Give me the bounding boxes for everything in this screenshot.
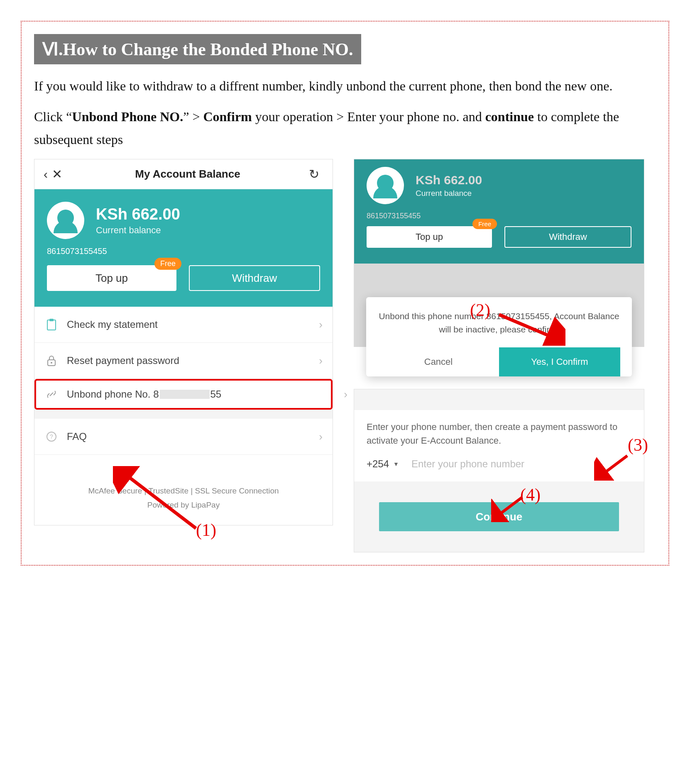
lock-icon <box>44 354 59 368</box>
balance-subtitle: Current balance <box>96 225 180 236</box>
right-column: KSh 662.00 Current balance 8615073155455… <box>354 159 644 552</box>
cancel-button[interactable]: Cancel <box>378 347 499 376</box>
screenshot-2: KSh 662.00 Current balance 8615073155455… <box>354 159 644 376</box>
modal-message: Unbond this phone number 8615073155455, … <box>378 310 620 336</box>
page-title: My Account Balance <box>66 168 309 181</box>
chevron-right-icon: › <box>344 388 347 401</box>
chevron-right-icon: › <box>319 354 323 367</box>
chevron-down-icon[interactable]: ▼ <box>393 461 399 467</box>
chevron-right-icon: › <box>319 430 323 443</box>
topup-label: Top up <box>95 272 128 285</box>
phone-input-row: +254 ▼ Enter your phone number <box>354 451 644 481</box>
withdraw-label: Withdraw <box>232 272 277 285</box>
enter-phone-desc: Enter your phone number, then create a p… <box>354 410 644 451</box>
menu-item-reset-password[interactable]: Reset payment password › <box>34 343 333 379</box>
bonded-phone-number: 8615073155455 <box>367 212 631 220</box>
svg-point-3 <box>51 362 52 364</box>
intro-text: your operation > Enter your phone no. an… <box>252 109 485 124</box>
continue-bold: continue <box>485 109 534 124</box>
svg-rect-1 <box>49 319 54 321</box>
unbond-bold: Unbond Phone NO. <box>72 109 184 124</box>
menu-label: FAQ <box>67 431 87 442</box>
menu-gap <box>34 410 333 419</box>
screenshots-row: ‹ ✕ My Account Balance ↻ KSh 662.00 Curr… <box>34 159 656 552</box>
intro-paragraph-2: Click “Unbond Phone NO.” > Confirm your … <box>34 105 656 151</box>
footer-text: McAfee Secure | TrustedSite | SSL Secure… <box>34 455 333 525</box>
menu-item-statement[interactable]: Check my statement › <box>34 307 333 343</box>
withdraw-button[interactable]: Withdraw <box>504 226 631 248</box>
question-icon: ? <box>44 430 59 444</box>
topbar: ‹ ✕ My Account Balance ↻ <box>34 159 333 189</box>
refresh-icon[interactable]: ↻ <box>309 167 319 181</box>
unlink-icon <box>44 387 59 401</box>
withdraw-label: Withdraw <box>549 232 587 242</box>
topup-button[interactable]: Top up Free <box>47 265 176 291</box>
topup-button[interactable]: Top up Free <box>367 226 492 248</box>
bonded-phone-number: 8615073155455 <box>47 247 320 256</box>
close-icon[interactable]: ✕ <box>52 167 62 181</box>
section-title: Ⅵ.How to Change the Bonded Phone NO. <box>34 34 361 64</box>
withdraw-button[interactable]: Withdraw <box>189 265 320 291</box>
document-frame: Ⅵ.How to Change the Bonded Phone NO. If … <box>21 21 669 566</box>
avatar <box>47 202 84 239</box>
svg-rect-0 <box>47 320 56 330</box>
clipboard-icon <box>44 318 59 332</box>
intro-paragraph-1: If you would like to withdraw to a diffr… <box>34 75 656 97</box>
menu-label-suffix: 55 <box>210 388 222 400</box>
balance-subtitle: Current balance <box>416 189 482 198</box>
continue-button[interactable]: Continue <box>379 502 619 531</box>
phone-input[interactable]: Enter your phone number <box>411 458 631 470</box>
back-icon[interactable]: ‹ <box>44 167 48 181</box>
confirm-bold: Confirm <box>203 109 252 124</box>
avatar <box>367 167 404 204</box>
chevron-right-icon: › <box>319 318 323 331</box>
balance-amount: KSh 662.00 <box>416 173 482 187</box>
menu-label: Reset payment password <box>67 355 179 366</box>
menu-item-faq[interactable]: ? FAQ › <box>34 419 333 455</box>
phone-card-1: ‹ ✕ My Account Balance ↻ KSh 662.00 Curr… <box>34 159 333 525</box>
intro-text: ” > <box>183 109 203 124</box>
confirm-button[interactable]: Yes, I Confirm <box>499 347 620 376</box>
free-badge: Free <box>154 258 181 270</box>
menu-item-unbond-phone[interactable]: Unbond phone No. 8 55 › <box>34 379 333 410</box>
footer-line-1: McAfee Secure | TrustedSite | SSL Secure… <box>43 484 324 498</box>
country-code[interactable]: +254 <box>367 458 389 470</box>
annotation-label-4: (4) <box>520 485 541 505</box>
svg-text:?: ? <box>50 433 53 440</box>
footer-line-2: Powered by LipaPay <box>43 498 324 512</box>
confirm-modal: Unbond this phone number 8615073155455, … <box>366 297 632 376</box>
topup-label: Top up <box>416 232 443 242</box>
screenshot-1: ‹ ✕ My Account Balance ↻ KSh 662.00 Curr… <box>34 159 333 552</box>
menu-label-prefix: Unbond phone No. 8 <box>67 388 159 400</box>
free-badge: Free <box>472 219 497 229</box>
screenshot-3: Enter your phone number, then create a p… <box>354 389 644 552</box>
menu-list: Check my statement › Reset payment passw… <box>34 307 333 455</box>
menu-label: Check my statement <box>67 319 158 330</box>
balance-block: KSh 662.00 Current balance 8615073155455… <box>34 189 333 307</box>
redacted-area <box>160 390 210 399</box>
intro-text: Click “ <box>34 109 72 124</box>
balance-amount: KSh 662.00 <box>96 205 180 223</box>
